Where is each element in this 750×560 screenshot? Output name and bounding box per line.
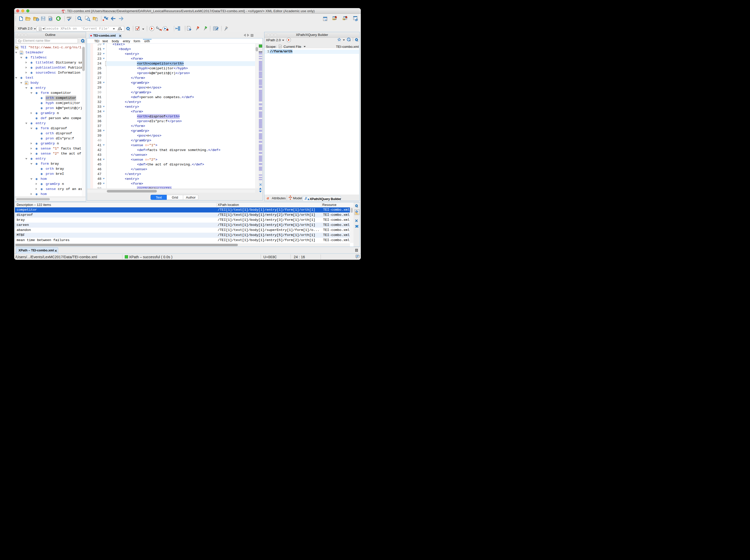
svg-text:ABC: ABC [66, 16, 72, 19]
svg-text:XQ: XQ [343, 18, 345, 20]
svg-text:TEI: TEI [16, 47, 18, 48]
svg-text:XSLT: XSLT [333, 18, 337, 20]
svg-text:XML: XML [62, 10, 64, 12]
